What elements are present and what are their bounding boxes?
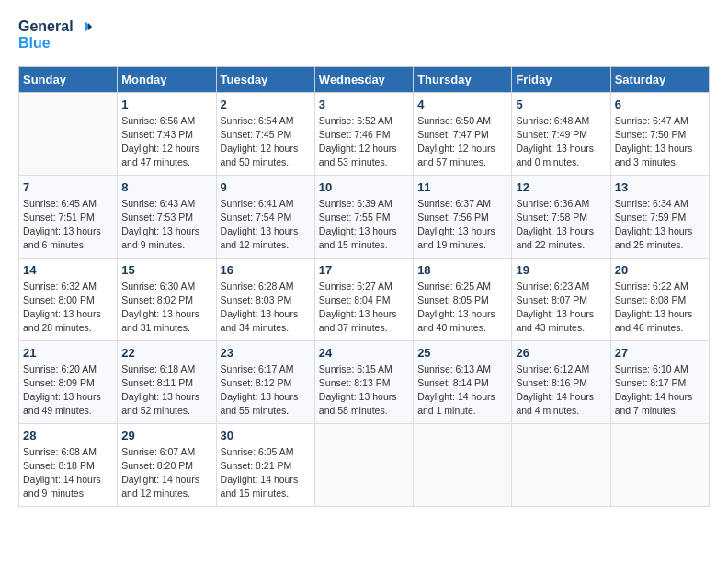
day-number: 19 — [516, 263, 606, 277]
day-cell: 26Sunrise: 6:12 AM Sunset: 8:16 PM Dayli… — [512, 340, 610, 423]
day-cell: 3Sunrise: 6:52 AM Sunset: 7:46 PM Daylig… — [314, 92, 413, 175]
day-number: 4 — [417, 98, 507, 111]
day-number: 21 — [23, 346, 113, 360]
day-cell: 16Sunrise: 6:28 AM Sunset: 8:03 PM Dayli… — [216, 258, 314, 340]
day-cell: 15Sunrise: 6:30 AM Sunset: 8:02 PM Dayli… — [118, 258, 216, 340]
day-info: Sunrise: 6:23 AM Sunset: 8:07 PM Dayligh… — [516, 280, 606, 336]
day-cell: 4Sunrise: 6:50 AM Sunset: 7:47 PM Daylig… — [414, 92, 512, 175]
day-info: Sunrise: 6:08 AM Sunset: 8:18 PM Dayligh… — [23, 445, 113, 501]
day-info: Sunrise: 6:15 AM Sunset: 8:13 PM Dayligh… — [319, 362, 409, 419]
day-number: 2 — [221, 98, 311, 111]
day-cell: 23Sunrise: 6:17 AM Sunset: 8:12 PM Dayli… — [216, 340, 314, 423]
day-cell: 14Sunrise: 6:32 AM Sunset: 8:00 PM Dayli… — [19, 258, 118, 340]
day-number: 1 — [121, 98, 211, 111]
logo-general: General — [18, 18, 74, 35]
column-header-thursday: Thursday — [414, 66, 512, 92]
day-number: 6 — [615, 98, 705, 111]
column-header-sunday: Sunday — [19, 66, 118, 92]
day-info: Sunrise: 6:32 AM Sunset: 8:00 PM Dayligh… — [23, 280, 113, 336]
day-info: Sunrise: 6:28 AM Sunset: 8:03 PM Dayligh… — [221, 280, 311, 336]
day-info: Sunrise: 6:25 AM Sunset: 8:05 PM Dayligh… — [417, 280, 507, 336]
week-row-1: 1Sunrise: 6:56 AM Sunset: 7:43 PM Daylig… — [19, 92, 710, 175]
day-cell — [314, 423, 413, 506]
day-cell — [414, 423, 512, 506]
day-number: 8 — [121, 180, 211, 194]
day-number: 12 — [516, 180, 606, 194]
day-cell: 24Sunrise: 6:15 AM Sunset: 8:13 PM Dayli… — [314, 340, 413, 423]
day-info: Sunrise: 6:54 AM Sunset: 7:45 PM Dayligh… — [221, 114, 311, 170]
column-header-friday: Friday — [512, 66, 610, 92]
day-info: Sunrise: 6:36 AM Sunset: 7:58 PM Dayligh… — [516, 197, 606, 253]
day-cell: 20Sunrise: 6:22 AM Sunset: 8:08 PM Dayli… — [610, 258, 709, 340]
day-number: 26 — [516, 346, 606, 360]
logo: General Blue — [18, 18, 92, 52]
day-cell: 13Sunrise: 6:34 AM Sunset: 7:59 PM Dayli… — [610, 175, 709, 258]
day-cell: 19Sunrise: 6:23 AM Sunset: 8:07 PM Dayli… — [512, 258, 610, 340]
week-row-4: 21Sunrise: 6:20 AM Sunset: 8:09 PM Dayli… — [19, 340, 710, 423]
calendar-table: SundayMondayTuesdayWednesdayThursdayFrid… — [18, 66, 710, 507]
day-info: Sunrise: 6:20 AM Sunset: 8:09 PM Dayligh… — [23, 362, 113, 419]
day-cell: 21Sunrise: 6:20 AM Sunset: 8:09 PM Dayli… — [19, 340, 118, 423]
day-cell: 9Sunrise: 6:41 AM Sunset: 7:54 PM Daylig… — [216, 175, 314, 258]
day-info: Sunrise: 6:12 AM Sunset: 8:16 PM Dayligh… — [516, 362, 606, 419]
day-cell: 25Sunrise: 6:13 AM Sunset: 8:14 PM Dayli… — [414, 340, 512, 423]
day-number: 15 — [121, 263, 211, 277]
day-info: Sunrise: 6:22 AM Sunset: 8:08 PM Dayligh… — [615, 280, 705, 336]
day-info: Sunrise: 6:10 AM Sunset: 8:17 PM Dayligh… — [615, 362, 705, 419]
column-header-wednesday: Wednesday — [314, 66, 413, 92]
day-info: Sunrise: 6:41 AM Sunset: 7:54 PM Dayligh… — [221, 197, 311, 253]
column-header-saturday: Saturday — [610, 66, 709, 92]
day-number: 16 — [221, 263, 311, 277]
day-number: 20 — [615, 263, 705, 277]
day-cell — [610, 423, 709, 506]
day-cell: 10Sunrise: 6:39 AM Sunset: 7:55 PM Dayli… — [314, 175, 413, 258]
day-info: Sunrise: 6:17 AM Sunset: 8:12 PM Dayligh… — [221, 362, 311, 419]
svg-marker-1 — [88, 23, 92, 30]
day-number: 27 — [615, 346, 705, 360]
day-info: Sunrise: 6:37 AM Sunset: 7:56 PM Dayligh… — [417, 197, 507, 253]
day-info: Sunrise: 6:47 AM Sunset: 7:50 PM Dayligh… — [615, 114, 705, 170]
page-header: General Blue — [18, 18, 710, 52]
logo-blue: Blue — [18, 35, 92, 52]
day-number: 17 — [319, 263, 409, 277]
day-info: Sunrise: 6:27 AM Sunset: 8:04 PM Dayligh… — [319, 280, 409, 336]
day-info: Sunrise: 6:07 AM Sunset: 8:20 PM Dayligh… — [121, 445, 211, 501]
day-number: 30 — [221, 429, 311, 442]
day-number: 13 — [615, 180, 705, 194]
day-info: Sunrise: 6:05 AM Sunset: 8:21 PM Dayligh… — [221, 445, 311, 501]
day-info: Sunrise: 6:34 AM Sunset: 7:59 PM Dayligh… — [615, 197, 705, 253]
day-cell: 22Sunrise: 6:18 AM Sunset: 8:11 PM Dayli… — [118, 340, 216, 423]
day-number: 3 — [319, 98, 409, 111]
day-number: 22 — [121, 346, 211, 360]
day-cell: 28Sunrise: 6:08 AM Sunset: 8:18 PM Dayli… — [19, 423, 118, 506]
week-row-5: 28Sunrise: 6:08 AM Sunset: 8:18 PM Dayli… — [19, 423, 710, 506]
day-cell: 12Sunrise: 6:36 AM Sunset: 7:58 PM Dayli… — [512, 175, 610, 258]
day-cell: 18Sunrise: 6:25 AM Sunset: 8:05 PM Dayli… — [414, 258, 512, 340]
day-number: 11 — [417, 180, 507, 194]
day-number: 7 — [23, 180, 113, 194]
day-cell: 11Sunrise: 6:37 AM Sunset: 7:56 PM Dayli… — [414, 175, 512, 258]
week-row-2: 7Sunrise: 6:45 AM Sunset: 7:51 PM Daylig… — [19, 175, 710, 258]
day-info: Sunrise: 6:48 AM Sunset: 7:49 PM Dayligh… — [516, 114, 606, 170]
day-number: 28 — [23, 429, 113, 442]
day-number: 23 — [221, 346, 311, 360]
day-cell: 8Sunrise: 6:43 AM Sunset: 7:53 PM Daylig… — [118, 175, 216, 258]
day-info: Sunrise: 6:52 AM Sunset: 7:46 PM Dayligh… — [319, 114, 409, 170]
column-headers: SundayMondayTuesdayWednesdayThursdayFrid… — [19, 66, 710, 92]
day-cell: 6Sunrise: 6:47 AM Sunset: 7:50 PM Daylig… — [610, 92, 709, 175]
day-cell: 7Sunrise: 6:45 AM Sunset: 7:51 PM Daylig… — [19, 175, 118, 258]
day-info: Sunrise: 6:56 AM Sunset: 7:43 PM Dayligh… — [121, 114, 211, 170]
day-number: 24 — [319, 346, 409, 360]
day-info: Sunrise: 6:30 AM Sunset: 8:02 PM Dayligh… — [121, 280, 211, 336]
logo-arrow-icon — [75, 18, 92, 35]
day-number: 14 — [23, 263, 113, 277]
day-info: Sunrise: 6:45 AM Sunset: 7:51 PM Dayligh… — [23, 197, 113, 253]
day-info: Sunrise: 6:13 AM Sunset: 8:14 PM Dayligh… — [417, 362, 507, 419]
day-number: 25 — [417, 346, 507, 360]
day-cell: 17Sunrise: 6:27 AM Sunset: 8:04 PM Dayli… — [314, 258, 413, 340]
column-header-tuesday: Tuesday — [216, 66, 314, 92]
week-row-3: 14Sunrise: 6:32 AM Sunset: 8:00 PM Dayli… — [19, 258, 710, 340]
day-number: 18 — [417, 263, 507, 277]
day-info: Sunrise: 6:50 AM Sunset: 7:47 PM Dayligh… — [417, 114, 507, 170]
day-info: Sunrise: 6:43 AM Sunset: 7:53 PM Dayligh… — [121, 197, 211, 253]
